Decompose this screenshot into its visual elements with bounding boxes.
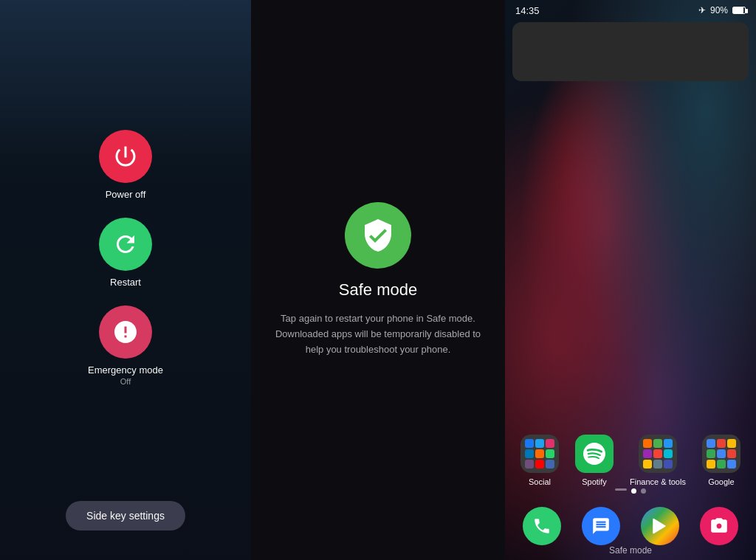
airplane-icon: ✈ xyxy=(698,5,706,15)
status-right: ✈ 90% xyxy=(698,5,746,15)
dock-playstore[interactable] xyxy=(641,507,679,545)
phone-call-icon xyxy=(523,507,561,545)
app-item-social[interactable]: Social xyxy=(520,435,559,486)
page-indicator-line xyxy=(615,488,627,491)
battery-label: 90% xyxy=(710,5,728,15)
page-indicators xyxy=(505,488,756,494)
page-dot-active xyxy=(631,488,636,494)
spotify-icon xyxy=(575,435,614,473)
messages-icon xyxy=(582,507,620,545)
app-grid: Social Spotify xyxy=(505,435,756,486)
restart-icon xyxy=(112,231,139,257)
side-key-settings-button[interactable]: Side key settings xyxy=(66,501,185,530)
emergency-sublabel: Off xyxy=(120,377,131,386)
emergency-icon-circle xyxy=(99,305,152,359)
emergency-item[interactable]: Emergency mode Off xyxy=(88,305,163,386)
safemode-description: Tap again to restart your phone in Safe … xyxy=(275,311,481,357)
app-item-google[interactable]: Google xyxy=(702,435,740,486)
social-label: Social xyxy=(529,477,551,486)
phone-screen: 14:35 ✈ 90% xyxy=(505,0,756,560)
power-off-label: Power off xyxy=(106,189,146,200)
status-bar: 14:35 ✈ 90% xyxy=(505,0,756,21)
notification-widget-bar xyxy=(512,22,749,81)
power-off-item[interactable]: Power off xyxy=(99,130,152,200)
power-off-icon-circle xyxy=(99,130,152,183)
power-icon xyxy=(112,143,139,170)
google-icon xyxy=(702,435,740,473)
spotify-label: Spotify xyxy=(582,477,607,486)
app-item-finance[interactable]: Finance & tools xyxy=(630,435,686,486)
shield-check-icon xyxy=(360,218,396,253)
battery-icon xyxy=(732,7,746,14)
google-label: Google xyxy=(708,477,734,486)
camera-icon xyxy=(700,507,738,545)
power-menu: Power off Restart Emergency mode Off xyxy=(88,130,163,386)
dock-camera[interactable] xyxy=(700,507,738,545)
power-menu-panel: Power off Restart Emergency mode Off Sid… xyxy=(0,0,251,560)
finance-icon xyxy=(639,435,677,473)
social-icon xyxy=(520,435,559,473)
restart-item[interactable]: Restart xyxy=(99,218,152,288)
safemode-panel: Safe mode Tap again to restart your phon… xyxy=(251,0,505,560)
bottom-dock xyxy=(505,507,756,545)
status-time: 14:35 xyxy=(515,5,540,16)
emergency-icon xyxy=(112,319,139,345)
dock-phone[interactable] xyxy=(523,507,561,545)
safemode-icon-circle[interactable] xyxy=(345,202,411,269)
dock-messages[interactable] xyxy=(582,507,620,545)
play-store-icon xyxy=(641,507,679,545)
finance-label: Finance & tools xyxy=(630,477,686,486)
safemode-title: Safe mode xyxy=(339,280,417,300)
emergency-label: Emergency mode xyxy=(88,364,163,376)
app-item-spotify[interactable]: Spotify xyxy=(575,435,614,486)
page-dot-inactive xyxy=(641,488,646,494)
restart-label: Restart xyxy=(110,277,141,288)
restart-icon-circle xyxy=(99,218,152,271)
phone-safemode-label: Safe mode xyxy=(505,545,756,556)
